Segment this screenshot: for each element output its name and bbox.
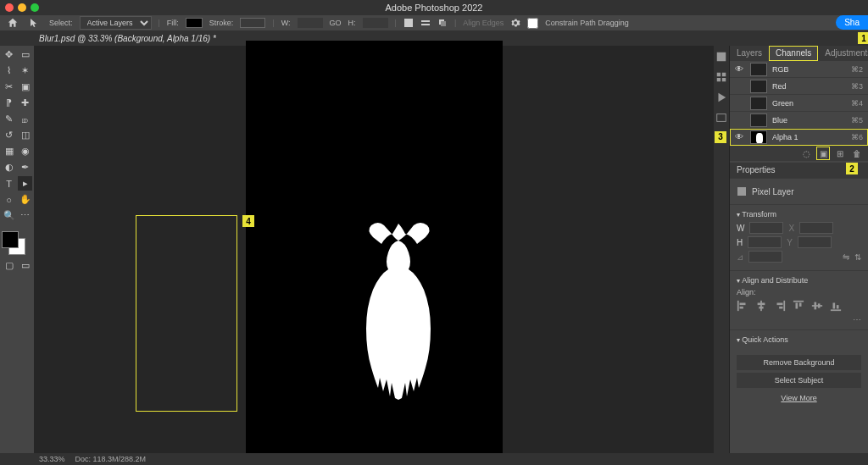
view-more-link[interactable]: View More (730, 390, 868, 406)
w-field[interactable] (298, 18, 323, 28)
channel-green[interactable]: Green ⌘4 (730, 95, 868, 112)
path-ops-icon[interactable] (403, 18, 414, 28)
svg-rect-20 (812, 305, 822, 307)
x-field[interactable] (799, 222, 833, 234)
channel-name: RGB (772, 65, 846, 74)
zoom-tool[interactable]: 🔍 (2, 208, 16, 223)
svg-rect-11 (760, 301, 762, 311)
move-tool[interactable]: ✥ (2, 47, 16, 62)
gear-icon[interactable] (510, 18, 520, 28)
select-dropdown[interactable]: Active Layers (80, 16, 152, 30)
channel-blue[interactable]: Blue ⌘5 (730, 112, 868, 129)
play-icon[interactable] (715, 91, 727, 103)
align-left-icon[interactable] (737, 300, 748, 312)
flip-v-icon[interactable]: ⇅ (854, 252, 861, 262)
angle-field[interactable] (748, 251, 782, 263)
swatches-panel-icon[interactable] (715, 71, 727, 83)
callout-2: 2 (846, 163, 858, 174)
doc-size[interactable]: Doc: 118.3M/288.2M (75, 455, 147, 463)
callout-3: 3 (715, 131, 726, 143)
more-icon[interactable]: ⋯ (737, 315, 861, 324)
svg-rect-17 (793, 301, 804, 302)
align-center-h-icon[interactable] (755, 300, 767, 312)
app-title: Adobe Photoshop 2022 (0, 0, 868, 15)
brush-tool[interactable]: ✎ (2, 112, 16, 126)
channel-shortcut: ⌘6 (851, 133, 863, 141)
align-right-icon[interactable] (774, 300, 786, 312)
constrain-label: Constrain Path Dragging (545, 19, 629, 27)
history-brush-tool[interactable]: ↺ (2, 128, 16, 142)
path-select-tool[interactable]: ▸ (18, 176, 32, 191)
new-channel-icon[interactable]: ⊞ (834, 147, 846, 159)
arrange-icon[interactable] (437, 18, 448, 28)
frame-tool[interactable]: ▣ (18, 80, 32, 94)
align-top-icon[interactable] (793, 300, 804, 312)
canvas[interactable] (246, 41, 503, 458)
load-selection-icon[interactable]: ◌ (800, 147, 812, 159)
eye-icon[interactable]: 👁 (735, 132, 745, 141)
y-field[interactable] (798, 236, 832, 248)
zoom-level[interactable]: 33.33% (39, 455, 65, 463)
callout-4: 4 (242, 215, 254, 227)
tab-adjustments[interactable]: Adjustments (818, 46, 868, 61)
quick-select-tool[interactable]: ✶ (18, 64, 32, 78)
arrow-cursor-icon[interactable] (29, 18, 39, 28)
channel-alpha-1[interactable]: 3 👁 Alpha 1 ⌘6 (730, 129, 868, 146)
minimize-window[interactable] (18, 3, 26, 12)
svg-rect-8 (737, 301, 739, 311)
save-selection-icon[interactable]: ▣ (817, 147, 829, 159)
flip-h-icon[interactable]: ⇋ (843, 252, 849, 262)
eyedropper-tool[interactable]: ⁋ (2, 96, 16, 110)
window-controls[interactable] (5, 3, 39, 12)
gradient-tool[interactable]: ▦ (2, 144, 16, 158)
stamp-tool[interactable]: ⎄ (18, 112, 32, 126)
crop-tool[interactable]: ✂ (2, 80, 16, 94)
delete-channel-icon[interactable]: 🗑 (851, 147, 863, 159)
channel-rgb[interactable]: 👁 RGB ⌘2 (730, 61, 868, 78)
color-panel-icon[interactable] (715, 51, 727, 63)
remove-background-button[interactable]: Remove Background (737, 355, 861, 370)
align-bottom-icon[interactable] (830, 300, 842, 312)
tab-channels[interactable]: Channels (769, 46, 818, 61)
eye-icon[interactable]: 👁 (735, 64, 745, 74)
home-icon[interactable] (7, 17, 19, 29)
screen-mode-icon[interactable]: ▭ (18, 258, 32, 273)
align-section[interactable]: Align and Distribute (737, 276, 861, 285)
stroke-field[interactable] (240, 18, 265, 28)
quick-actions-section[interactable]: Quick Actions (737, 335, 861, 344)
height-field[interactable] (748, 236, 782, 248)
lasso-tool[interactable]: ⌇ (2, 64, 16, 78)
healing-tool[interactable]: ✚ (18, 96, 32, 110)
fill-swatch[interactable] (186, 18, 203, 28)
align-icon[interactable] (420, 18, 431, 28)
eraser-tool[interactable]: ◫ (18, 128, 32, 142)
marquee-tool[interactable]: ▭ (18, 47, 32, 62)
type-tool[interactable]: T (2, 176, 16, 191)
libraries-icon[interactable] (715, 112, 727, 124)
svg-rect-4 (441, 21, 446, 26)
shape-tool[interactable]: ○ (2, 192, 16, 207)
width-field[interactable] (749, 222, 783, 234)
close-window[interactable] (5, 3, 14, 12)
pen-tool[interactable]: ✒ (18, 160, 32, 174)
h-label: H: (348, 19, 356, 27)
h-field[interactable] (363, 18, 388, 28)
fg-color[interactable] (2, 231, 19, 248)
color-swatches[interactable] (2, 231, 32, 257)
dodge-tool[interactable]: ◐ (2, 160, 16, 174)
canvas-area[interactable]: 4 (34, 46, 714, 453)
quick-mask-icon[interactable]: ▢ (2, 258, 16, 273)
maximize-window[interactable] (31, 3, 39, 12)
right-panels: Layers Channels Adjustments 1 👁 RGB ⌘2 R… (729, 46, 868, 453)
more-tools[interactable]: ⋯ (18, 208, 32, 223)
hand-tool[interactable]: ✋ (18, 192, 32, 207)
blur-tool[interactable]: ◉ (18, 144, 32, 158)
select-subject-button[interactable]: Select Subject (737, 373, 861, 388)
transform-section[interactable]: Transform (737, 210, 861, 219)
align-center-v-icon[interactable] (811, 300, 823, 312)
channel-red[interactable]: Red ⌘3 (730, 78, 868, 95)
stroke-label: Stroke: (209, 19, 234, 27)
constrain-checkbox[interactable] (527, 18, 538, 29)
share-button[interactable]: Sha (836, 15, 868, 30)
tab-layers[interactable]: Layers (730, 46, 769, 61)
